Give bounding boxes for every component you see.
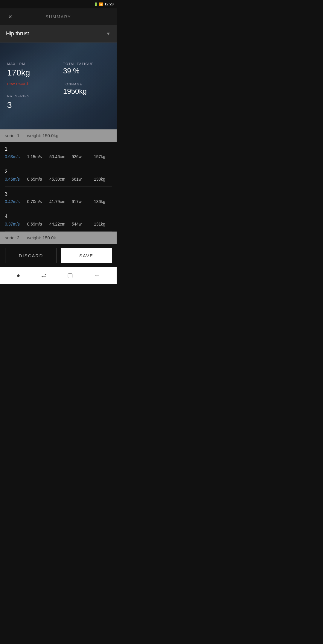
rep-item-2: 20.45m/s0.65m/s45.30cm661w138kg <box>5 164 112 187</box>
rep-metric-4: 138kg <box>94 177 112 182</box>
rep-metric-4: 136kg <box>94 199 112 204</box>
rep-metric-4: 157kg <box>94 154 112 159</box>
home-dot-icon[interactable]: ● <box>16 272 20 279</box>
status-icons: 🔋 📶 <box>94 2 103 6</box>
serie-number: 1 <box>17 133 19 138</box>
rep-metric-0: 0.37m/s <box>5 222 23 226</box>
rep-metric-2: 41.79cm <box>49 199 67 204</box>
weight-value: 150.0kg <box>42 133 58 138</box>
weight-label: weight: <box>27 133 41 138</box>
top-nav: × SUMMARY <box>0 8 117 25</box>
arrows-icon[interactable]: ⇌ <box>41 272 46 279</box>
rep-item-3: 30.42m/s0.70m/s41.79cm617w136kg <box>5 187 112 209</box>
fatigue-group: TOTAL FATIGUE 39 % <box>63 62 94 75</box>
exercise-name: Hip thrust <box>6 31 29 37</box>
stats-right-column: TOTAL FATIGUE 39 % TONNAGE 1950kg <box>58 62 109 110</box>
rep-item-4: 40.37m/s0.69m/s44.22cm544w131kg <box>5 209 112 232</box>
rep-number: 1 <box>5 146 112 152</box>
rep-metrics: 0.37m/s0.69m/s44.22cm544w131kg <box>5 222 112 226</box>
rep-metric-0: 0.45m/s <box>5 177 23 182</box>
rep-metric-4: 131kg <box>94 222 112 226</box>
rep-number: 3 <box>5 191 112 197</box>
tonnage-value: 1950kg <box>63 87 87 96</box>
rep-item-1: 10.63m/s1.15m/s50.46cm926w157kg <box>5 142 112 164</box>
square-icon[interactable]: ▢ <box>67 272 73 279</box>
rep-metric-2: 50.46cm <box>49 154 67 159</box>
page-title: SUMMARY <box>45 14 71 19</box>
serie2-weight-value: 150.0k <box>42 235 56 240</box>
rep-number: 2 <box>5 169 112 174</box>
series-count-label: No. SERIES <box>7 94 58 98</box>
serie2-weight-label: weight: <box>27 235 41 240</box>
close-button[interactable]: × <box>5 11 16 22</box>
serie-1-header: serie: 1 weight: 150.0kg <box>0 129 117 142</box>
fatigue-value: 39 % <box>63 67 94 75</box>
discard-button[interactable]: DISCARD <box>5 248 57 263</box>
rep-metric-1: 0.70m/s <box>27 199 45 204</box>
rep-metric-2: 45.30cm <box>49 177 67 182</box>
close-icon: × <box>8 13 12 21</box>
rep-metric-1: 0.65m/s <box>27 177 45 182</box>
rep-metrics: 0.63m/s1.15m/s50.46cm926w157kg <box>5 154 112 159</box>
bottom-nav-bar: ● ⇌ ▢ ← <box>0 267 117 284</box>
series-count-value: 3 <box>7 100 58 110</box>
serie-2-header-partial: serie: 2 weight: 150.0k <box>0 232 117 244</box>
reps-list: 10.63m/s1.15m/s50.46cm926w157kg20.45m/s0… <box>0 142 117 232</box>
exercise-dropdown[interactable]: Hip thrust ▼ <box>0 25 117 43</box>
max1rm-label: MAX 1RM <box>7 62 58 66</box>
fatigue-label: TOTAL FATIGUE <box>63 62 94 66</box>
tonnage-label: TONNAGE <box>63 82 87 86</box>
rep-metric-2: 44.22cm <box>49 222 67 226</box>
back-icon[interactable]: ← <box>94 272 100 279</box>
rep-metric-1: 0.69m/s <box>27 222 45 226</box>
rep-metric-3: 544w <box>72 222 90 226</box>
tonnage-group: TONNAGE 1950kg <box>63 82 87 96</box>
serie2-number: 2 <box>17 235 19 240</box>
stats-content: MAX 1RM 170kg new record No. SERIES 3 TO… <box>0 56 117 116</box>
rep-metric-3: 926w <box>72 154 90 159</box>
save-button[interactable]: SAVE <box>61 248 112 263</box>
stats-banner: MAX 1RM 170kg new record No. SERIES 3 TO… <box>0 43 117 129</box>
rep-metric-1: 1.15m/s <box>27 154 45 159</box>
status-bar: 🔋 📶 12:23 <box>0 0 117 8</box>
new-record-badge: new record <box>7 81 58 86</box>
rep-number: 4 <box>5 214 112 219</box>
status-time: 12:23 <box>104 2 114 6</box>
rep-metric-3: 661w <box>72 177 90 182</box>
serie2-label: serie: <box>5 235 16 240</box>
rep-metrics: 0.45m/s0.65m/s45.30cm661w138kg <box>5 177 112 182</box>
max1rm-value: 170kg <box>7 68 58 78</box>
chevron-down-icon: ▼ <box>106 31 111 37</box>
rep-metric-0: 0.42m/s <box>5 199 23 204</box>
serie-label: serie: <box>5 133 16 138</box>
rep-metric-3: 617w <box>72 199 90 204</box>
rep-metric-0: 0.63m/s <box>5 154 23 159</box>
rep-metrics: 0.42m/s0.70m/s41.79cm617w136kg <box>5 199 112 204</box>
bottom-actions: DISCARD SAVE <box>0 244 117 267</box>
stats-left-column: MAX 1RM 170kg new record No. SERIES 3 <box>7 62 58 110</box>
